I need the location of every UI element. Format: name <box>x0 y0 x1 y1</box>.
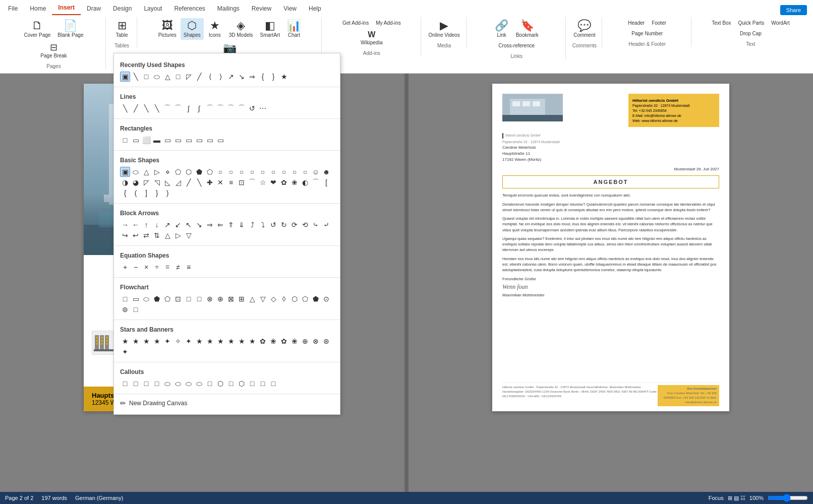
shape-item[interactable]: ⤷ <box>311 220 321 230</box>
shape-item[interactable]: ▬ <box>152 135 162 145</box>
shape-item[interactable]: ✦ <box>184 336 194 346</box>
shape-item[interactable]: ❀ <box>268 336 278 346</box>
page-break-button[interactable]: ⊟ Page Break <box>37 41 70 60</box>
quick-parts-button[interactable]: Quick Parts <box>735 18 768 28</box>
shape-item[interactable]: ▣ <box>120 72 130 82</box>
shape-item[interactable]: ▭ <box>173 135 183 145</box>
shape-item[interactable]: ☻ <box>321 167 331 177</box>
chart-button[interactable]: 📊 Chart <box>284 18 304 40</box>
shape-item[interactable]: ⌒ <box>215 103 225 113</box>
focus-button[interactable]: Focus <box>709 495 724 500</box>
table-button[interactable]: ⊞ Table <box>112 18 132 40</box>
shape-item[interactable]: ⤶ <box>321 220 331 230</box>
shape-item[interactable]: ⇐ <box>215 220 225 230</box>
shape-item[interactable]: − <box>131 262 141 272</box>
shape-item[interactable]: ◸ <box>184 72 194 82</box>
shape-item[interactable]: ❀ <box>289 177 300 187</box>
shape-item[interactable]: ╱ <box>131 103 141 113</box>
shape-item[interactable]: ≡ <box>226 177 236 187</box>
shape-item[interactable]: = <box>162 262 172 272</box>
shape-item[interactable]: ⇑ <box>226 220 236 230</box>
tab-design[interactable]: Design <box>107 2 138 15</box>
shape-item[interactable]: ↪ <box>120 230 130 240</box>
shape-item[interactable]: ★ <box>237 336 247 346</box>
shape-item[interactable]: ▭ <box>194 135 204 145</box>
shape-item[interactable]: △ <box>141 167 151 177</box>
shape-item[interactable]: ⊙ <box>321 294 331 304</box>
shape-item[interactable]: □ <box>131 379 141 389</box>
shape-item[interactable]: ⬟ <box>311 294 321 304</box>
shape-item[interactable]: ⊚ <box>120 304 130 314</box>
shape-item[interactable]: ↑ <box>141 220 151 230</box>
shapes-button[interactable]: ⬡ Shapes <box>181 18 204 40</box>
text-box-button[interactable]: Text Box <box>709 18 734 28</box>
shape-item[interactable]: ✦ <box>120 347 130 357</box>
shape-item[interactable]: ÷ <box>152 262 162 272</box>
shape-item[interactable]: ⇄ <box>141 230 151 240</box>
shape-item[interactable]: ⊗ <box>205 294 215 304</box>
shape-item[interactable]: + <box>120 262 130 272</box>
tab-file[interactable]: File <box>2 2 24 15</box>
get-addins-button[interactable]: Get Add-ins <box>339 18 372 28</box>
shape-item[interactable]: ↓ <box>152 220 162 230</box>
shape-item[interactable]: ☆ <box>258 177 268 187</box>
header-button[interactable]: Header <box>625 18 648 28</box>
shape-item[interactable]: ▭ <box>184 135 194 145</box>
shape-item[interactable]: { <box>258 72 268 82</box>
shape-item[interactable]: ⬭ <box>194 379 204 389</box>
drop-cap-button[interactable]: Drop Cap <box>737 29 765 38</box>
shape-item[interactable]: □ <box>258 379 268 389</box>
shape-item[interactable]: ❤ <box>268 177 278 187</box>
shape-item[interactable]: □ <box>152 379 162 389</box>
shape-item[interactable]: ⟳ <box>289 220 300 230</box>
shape-item[interactable]: □ <box>131 304 141 314</box>
zoom-slider[interactable] <box>768 494 808 500</box>
shape-item[interactable]: ⌒ <box>162 103 172 113</box>
shape-item[interactable]: ⋄ <box>162 167 172 177</box>
shape-item[interactable]: □ <box>120 294 130 304</box>
shape-item[interactable]: ▣ <box>120 167 130 177</box>
share-button[interactable]: Share <box>780 5 807 15</box>
shape-item[interactable]: ○ <box>226 167 236 177</box>
tab-help[interactable]: Help <box>303 2 327 15</box>
shape-item[interactable]: ⬠ <box>162 294 172 304</box>
shape-item[interactable]: ★ <box>226 336 236 346</box>
shape-item[interactable]: ↗ <box>226 72 236 82</box>
shape-item[interactable]: × <box>141 262 151 272</box>
shape-item[interactable]: ⟲ <box>300 220 310 230</box>
online-videos-button[interactable]: ▶ Online Videos <box>426 18 463 40</box>
shape-item[interactable]: ○ <box>247 167 257 177</box>
shape-item[interactable]: ⊡ <box>173 294 183 304</box>
page-number-button[interactable]: Page Number <box>628 29 666 38</box>
comment-button[interactable]: 💬 Comment <box>570 18 598 40</box>
shape-item[interactable]: ╲ <box>194 177 204 187</box>
shape-item[interactable]: ╲ <box>120 103 130 113</box>
shape-item[interactable]: } <box>152 188 162 198</box>
shape-item[interactable]: ⬭ <box>184 379 194 389</box>
shape-item[interactable]: ▽ <box>184 230 194 240</box>
tab-home[interactable]: Home <box>24 2 52 15</box>
shape-item[interactable]: ⊠ <box>226 294 236 304</box>
wikipedia-button[interactable]: W Wikipedia <box>358 29 385 47</box>
tab-mailings[interactable]: Mailings <box>211 2 246 15</box>
tab-insert[interactable]: Insert <box>52 1 81 15</box>
shape-item[interactable]: □ <box>226 379 236 389</box>
shape-item[interactable]: □ <box>173 72 183 82</box>
shape-item[interactable]: ⊗ <box>311 336 321 346</box>
shape-item[interactable]: ⬭ <box>141 294 151 304</box>
shape-item[interactable]: { <box>120 188 130 198</box>
shape-item[interactable]: ↗ <box>162 220 172 230</box>
shape-item[interactable]: ◐ <box>300 177 310 187</box>
tab-view[interactable]: View <box>277 2 303 15</box>
shape-item[interactable]: ★ <box>131 336 141 346</box>
shape-item[interactable]: ⊛ <box>321 336 331 346</box>
shape-item[interactable]: ◕ <box>131 177 141 187</box>
shape-item[interactable]: [ <box>321 177 331 187</box>
tab-review[interactable]: Review <box>246 2 277 15</box>
shape-item[interactable]: ( <box>131 188 141 198</box>
shape-item[interactable]: ⬭ <box>162 379 172 389</box>
shape-item[interactable]: ↺ <box>247 103 257 113</box>
shape-item[interactable]: ↙ <box>173 220 183 230</box>
shape-item[interactable]: ⬭ <box>173 379 183 389</box>
shape-item[interactable]: □ <box>120 379 130 389</box>
